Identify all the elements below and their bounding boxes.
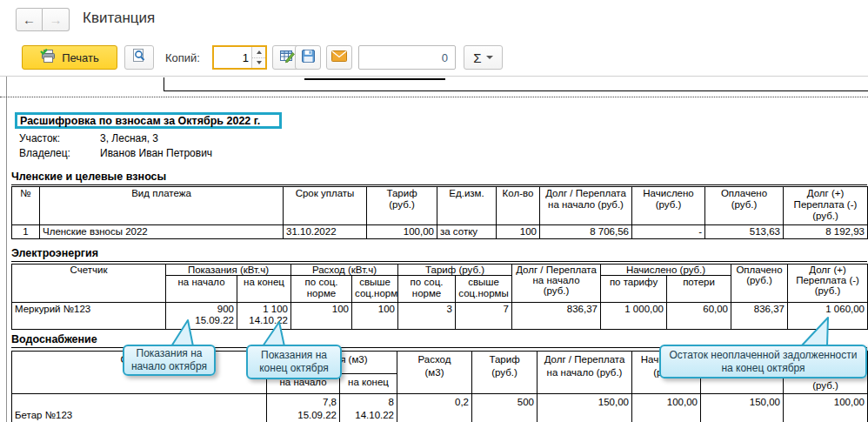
spin-up-button[interactable] bbox=[252, 47, 265, 58]
t1-cell-tariff: 100,00 bbox=[367, 225, 437, 239]
membership-fees-table: № Вид платежа Срок уплаты Тариф (руб.) Е… bbox=[11, 186, 868, 239]
t3-head-debt-start: Долг / Переплата на начало (руб.) bbox=[537, 352, 632, 394]
callout-reading-start: Показания на начало октября bbox=[123, 345, 216, 376]
t2-head-consumption: Расход (кВт.ч) bbox=[291, 265, 398, 276]
t2-cell-tariff-over: 7 bbox=[456, 303, 512, 330]
print-preview-button[interactable] bbox=[124, 45, 154, 70]
t1-cell-num: 1 bbox=[12, 225, 40, 239]
t2-sub-cons-social: по соц. норме bbox=[291, 276, 352, 303]
copies-input[interactable] bbox=[214, 47, 251, 68]
t2-head-meter: Счетчик bbox=[12, 265, 166, 303]
forward-button[interactable]: → bbox=[43, 8, 70, 31]
t2-head-debt-end: Долг (+) Переплата (-) (руб.) bbox=[788, 265, 868, 303]
t1-cell-payment-type: Членские взносы 2022 bbox=[40, 225, 284, 239]
save-button[interactable] bbox=[295, 45, 321, 70]
t2-head-readings: Показания (кВт.ч) bbox=[166, 265, 291, 276]
table-row: Меркурий №123 900 15.09.22 1 100 14.10.2… bbox=[12, 303, 868, 330]
t2-cell-debt-end: 1 060,00 bbox=[788, 303, 868, 330]
t2-cell-reading-start: 900 15.09.22 bbox=[166, 303, 237, 330]
t2-cell-paid: 836,37 bbox=[731, 303, 788, 330]
spin-down-icon bbox=[257, 61, 262, 64]
plot-row: Участок:3, Лесная, 3 bbox=[19, 132, 158, 144]
t1-cell-paid: 513,63 bbox=[705, 225, 784, 239]
t1-cell-due-date: 31.10.2022 bbox=[284, 225, 367, 239]
copies-label: Копий: bbox=[165, 51, 200, 64]
copies-spinner bbox=[212, 45, 267, 70]
t3-cell-debt-end: 100,00 bbox=[784, 394, 868, 422]
document-title: Расшифровка по взносам за Октябрь 2022 г… bbox=[17, 115, 260, 127]
edit-table-icon bbox=[279, 49, 296, 67]
table-row: Бетар №123 7,8 15.09.22 8 14.10.22 0,2 5… bbox=[12, 394, 868, 422]
sigma-icon: Σ bbox=[473, 50, 481, 65]
nav-button-group: ← → bbox=[16, 8, 70, 31]
t3-head-consumption: Расход (м3) bbox=[397, 352, 472, 394]
scrolled-row-remnant-vline bbox=[164, 77, 164, 91]
print-button-label: Печать bbox=[62, 51, 99, 64]
t1-head-due-date: Срок уплаты bbox=[284, 187, 367, 225]
spin-down-button[interactable] bbox=[252, 58, 265, 69]
spin-up-icon bbox=[257, 50, 262, 54]
page-title: Квитанция bbox=[83, 10, 155, 27]
callout-reading-end: Показания на конец октября bbox=[246, 345, 342, 379]
t2-cell-meter: Меркурий №123 bbox=[12, 303, 166, 330]
owner-label: Владелец: bbox=[19, 147, 100, 159]
t2-cell-cons-over: 100 bbox=[352, 303, 398, 330]
t1-head-tariff: Тариф (руб.) bbox=[367, 187, 437, 225]
t1-cell-accrued: - bbox=[632, 225, 705, 239]
t3-cell-debt-start: 150,00 bbox=[537, 394, 632, 422]
section-heading-electricity: Электроэнергия bbox=[11, 247, 867, 262]
t2-head-accrued: Начислено (руб.) bbox=[601, 265, 731, 276]
t1-head-unit: Ед.изм. bbox=[437, 187, 497, 225]
sum-field[interactable] bbox=[358, 45, 456, 70]
t1-cell-qty: 100 bbox=[497, 225, 540, 239]
t3-cell-paid: 150,00 bbox=[701, 394, 784, 422]
page-break-dashed-line bbox=[0, 97, 868, 97]
t1-head-accrued: Начислено (руб.) bbox=[632, 187, 705, 225]
section-heading-membership: Членские и целевые взносы bbox=[11, 171, 867, 185]
back-button[interactable]: ← bbox=[16, 8, 43, 31]
plot-label: Участок: bbox=[19, 132, 100, 144]
mail-button[interactable] bbox=[326, 45, 352, 70]
selected-title-cell[interactable]: Расшифровка по взносам за Октябрь 2022 г… bbox=[15, 112, 282, 129]
scrolled-row-remnant-hline bbox=[164, 90, 868, 91]
t3-sub-reading-end: на конец bbox=[340, 373, 397, 393]
t2-sub-cons-over: свыше соц.нормы bbox=[352, 276, 398, 303]
t1-cell-unit: за сотку bbox=[437, 225, 497, 239]
t2-head-debt-start: Долг / Переплата на начало (руб.) bbox=[512, 265, 601, 303]
t2-cell-tariff-social: 3 bbox=[398, 303, 456, 330]
print-button[interactable]: Печать bbox=[22, 45, 117, 70]
toolbar: Печать Копий: bbox=[0, 38, 868, 77]
t1-head-payment-type: Вид платежа bbox=[40, 187, 284, 225]
scrolled-row-remnant-border bbox=[304, 78, 445, 80]
t2-sub-reading-end: на конец bbox=[237, 276, 291, 303]
dropdown-caret-icon bbox=[486, 56, 493, 59]
t3-cell-meter: Бетар №123 bbox=[12, 394, 267, 422]
print-preview-icon bbox=[131, 48, 147, 67]
plot-value: 3, Лесная, 3 bbox=[100, 132, 158, 144]
t3-cell-reading-end: 8 14.10.22 bbox=[340, 394, 397, 422]
t1-cell-debt-end: 8 192,93 bbox=[784, 225, 868, 239]
t1-head-qty: Кол-во bbox=[497, 187, 540, 225]
spin-buttons bbox=[251, 47, 265, 68]
forward-arrow-icon: → bbox=[50, 12, 63, 27]
table-row: 1 Членские взносы 2022 31.10.2022 100,00… bbox=[12, 225, 868, 239]
sum-function-button[interactable]: Σ bbox=[464, 45, 503, 70]
t3-cell-reading-start: 7,8 15.09.22 bbox=[267, 394, 340, 422]
t2-sub-reading-start: на начало bbox=[166, 276, 237, 303]
page-guide-line bbox=[6, 77, 7, 422]
back-arrow-icon: ← bbox=[23, 12, 36, 27]
t2-cell-debt-start: 836,37 bbox=[512, 303, 601, 330]
t2-cell-accrued-tariff: 1 000,00 bbox=[601, 303, 667, 330]
t1-cell-debt-start: 8 706,56 bbox=[540, 225, 632, 239]
app-window: ← → Квитанция Печать bbox=[0, 0, 868, 422]
t3-cell-tariff: 500 bbox=[472, 394, 537, 422]
t1-head-debt-start: Долг / Переплата на начало (руб.) bbox=[540, 187, 632, 225]
t2-sub-accrued-tariff: по тарифу bbox=[601, 276, 667, 303]
t2-head-tariff: Тариф (руб.) bbox=[398, 265, 512, 276]
mail-icon bbox=[331, 50, 347, 65]
t2-cell-reading-end: 1 100 14.10.22 bbox=[237, 303, 291, 330]
owner-row: Владелец:Иванов Иван Петрович bbox=[19, 147, 212, 159]
save-icon bbox=[301, 49, 316, 67]
printer-icon bbox=[40, 49, 57, 66]
t1-head-num: № bbox=[12, 187, 40, 225]
